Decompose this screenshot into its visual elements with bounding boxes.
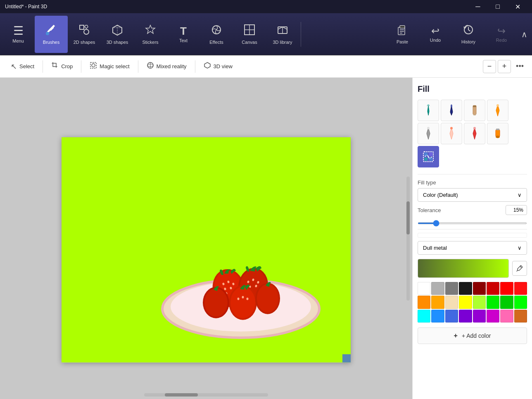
color-yellow-green[interactable] xyxy=(473,296,486,308)
tool-brushes[interactable]: Brushes xyxy=(35,16,68,53)
cmd-3d-view[interactable]: 3D view xyxy=(198,58,238,75)
color-sky[interactable] xyxy=(431,310,444,323)
toolbar-right: Paste ↩ Undo History ↪ Redo ∧ xyxy=(386,16,530,53)
zoom-minus-button[interactable]: − xyxy=(483,60,496,73)
paste-icon xyxy=(397,24,408,38)
brush-item-6[interactable] xyxy=(441,123,462,144)
cmd-separator-3 xyxy=(138,60,138,73)
tool-paste[interactable]: Paste xyxy=(386,16,419,53)
tool-redo-label: Redo xyxy=(496,38,507,43)
svg-point-42 xyxy=(247,297,249,300)
color-amber[interactable] xyxy=(431,296,444,308)
fill-type-chevron: ∨ xyxy=(518,192,522,198)
color-pink[interactable] xyxy=(500,310,513,323)
canvas-image[interactable] xyxy=(62,137,351,362)
color-red[interactable] xyxy=(487,282,499,295)
tool-2dshapes-label: 2D shapes xyxy=(74,40,95,45)
brush-item-1[interactable] xyxy=(418,100,439,121)
canvas-container xyxy=(62,137,351,362)
cmd-magic-select[interactable]: Magic select xyxy=(84,58,135,75)
tool-3dlibrary[interactable]: 3D library xyxy=(266,16,299,53)
zoom-plus-button[interactable]: + xyxy=(498,60,511,73)
color-cyan[interactable] xyxy=(418,310,430,323)
toolbar: ☰ Menu Brushes 2D shapes xyxy=(0,13,532,55)
cmd-select[interactable]: ↖ Select xyxy=(5,58,40,75)
canvas-area[interactable] xyxy=(0,78,412,399)
svg-marker-57 xyxy=(473,128,476,139)
titlebar-title: Untitled* - Paint 3D xyxy=(5,4,47,10)
svg-point-61 xyxy=(496,136,500,138)
svg-point-44 xyxy=(204,288,228,316)
tool-menu[interactable]: ☰ Menu xyxy=(2,16,35,53)
text-icon: T xyxy=(180,26,187,36)
brush-item-2[interactable] xyxy=(441,100,462,121)
color-brightred[interactable] xyxy=(500,282,513,295)
brush-item-4[interactable] xyxy=(487,100,508,121)
tool-effects-label: Effects xyxy=(209,40,223,45)
add-color-button[interactable]: + + Add color xyxy=(418,327,527,344)
tool-stickers[interactable]: Stickers xyxy=(134,16,167,53)
close-button[interactable]: ✕ xyxy=(508,0,527,13)
more-button[interactable]: ••• xyxy=(513,60,527,72)
color-lightgray[interactable] xyxy=(431,282,444,295)
tool-history[interactable]: History xyxy=(452,16,485,53)
main: Fill xyxy=(0,78,532,399)
tool-text[interactable]: T Text xyxy=(167,16,200,53)
tool-2dshapes[interactable]: 2D shapes xyxy=(68,16,101,53)
tool-undo[interactable]: ↩ Undo xyxy=(419,16,452,53)
svg-point-54 xyxy=(427,127,430,129)
minimize-button[interactable]: ─ xyxy=(468,0,487,13)
tool-3dshapes[interactable]: 3D shapes xyxy=(101,16,134,53)
cmd-crop[interactable]: Crop xyxy=(45,58,78,75)
color-orange[interactable] xyxy=(418,296,430,308)
opacity-slider[interactable] xyxy=(418,233,527,238)
tool-redo[interactable]: ↪ Redo xyxy=(485,16,518,53)
color-white[interactable] xyxy=(418,282,430,295)
tool-canvas-label: Canvas xyxy=(242,40,257,45)
horizontal-scrollbar-thumb[interactable] xyxy=(165,393,198,397)
color-black[interactable] xyxy=(459,282,472,295)
color-row1-extra[interactable] xyxy=(514,282,527,295)
color-violet[interactable] xyxy=(459,310,472,323)
cmd-separator-1 xyxy=(43,60,43,73)
tool-effects[interactable]: Effects xyxy=(200,16,233,53)
brush-item-8[interactable] xyxy=(487,123,508,144)
color-brown[interactable] xyxy=(514,310,527,323)
cmd-mixed-reality[interactable]: Mixed reality xyxy=(141,58,192,75)
color-wheat[interactable] xyxy=(445,296,458,308)
tolerance-slider[interactable] xyxy=(418,222,527,224)
fill-type-dropdown[interactable]: Color (Default) ∨ xyxy=(418,188,527,202)
color-gray[interactable] xyxy=(445,282,458,295)
tool-brushes-label: Brushes xyxy=(43,40,59,45)
color-blue[interactable] xyxy=(445,310,458,323)
tool-text-label: Text xyxy=(179,38,188,43)
maximize-button[interactable]: □ xyxy=(488,0,507,13)
color-bright-green[interactable] xyxy=(514,296,527,308)
tool-collapse[interactable]: ∧ xyxy=(518,16,530,53)
horizontal-scrollbar[interactable] xyxy=(144,393,268,397)
tolerance-value: 15% xyxy=(506,205,527,215)
brush-item-7[interactable] xyxy=(464,123,485,144)
titlebar: Untitled* - Paint 3D ─ □ ✕ xyxy=(0,0,532,13)
cmd-3d-view-label: 3D view xyxy=(214,63,233,69)
color-magenta[interactable] xyxy=(487,310,499,323)
effects-icon xyxy=(210,24,223,38)
color-yellow[interactable] xyxy=(459,296,472,308)
color-purple[interactable] xyxy=(473,310,486,323)
svg-rect-66 xyxy=(429,158,432,161)
vertical-scrollbar-thumb[interactable] xyxy=(406,201,410,234)
toolbar-separator xyxy=(301,22,301,47)
color-preview[interactable] xyxy=(418,259,509,278)
tool-canvas[interactable]: Canvas xyxy=(233,16,266,53)
color-darkred[interactable] xyxy=(473,282,486,295)
brush-item-3[interactable] xyxy=(464,100,485,121)
color-lime[interactable] xyxy=(487,296,499,308)
vertical-scrollbar[interactable] xyxy=(406,177,410,301)
brush-item-5[interactable] xyxy=(418,123,439,144)
svg-point-0 xyxy=(46,32,49,35)
eyedropper-button[interactable] xyxy=(512,261,527,276)
material-dropdown[interactable]: Dull metal ∨ xyxy=(418,241,527,255)
color-green[interactable] xyxy=(500,296,513,308)
brush-item-9[interactable] xyxy=(418,146,439,167)
material-chevron: ∨ xyxy=(518,245,522,251)
